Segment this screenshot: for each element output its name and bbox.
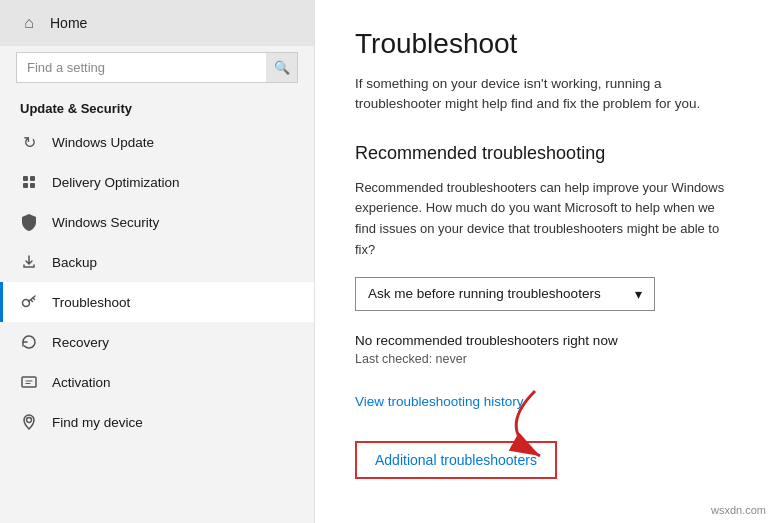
find-device-icon — [20, 413, 38, 431]
recommended-description: Recommended troubleshooters can help imp… — [355, 178, 739, 261]
shield-icon — [20, 213, 38, 231]
sidebar-search-container: 🔍 — [16, 52, 298, 83]
sidebar-item-label: Windows Update — [52, 135, 154, 150]
main-content: Troubleshoot If something on your device… — [315, 0, 775, 523]
sidebar-item-label: Delivery Optimization — [52, 175, 180, 190]
search-input[interactable] — [16, 52, 298, 83]
troubleshoot-dropdown[interactable]: Ask me before running troubleshooters ▾ — [355, 277, 655, 311]
sidebar-item-label: Backup — [52, 255, 97, 270]
additional-troubleshooters-button[interactable]: Additional troubleshooters — [355, 441, 557, 479]
sidebar-item-windows-security[interactable]: Windows Security — [0, 202, 314, 242]
sidebar: ⌂ Home 🔍 Update & Security ↻ Windows Upd… — [0, 0, 315, 523]
svg-rect-0 — [23, 176, 28, 181]
page-description: If something on your device isn't workin… — [355, 74, 739, 115]
svg-rect-5 — [22, 377, 36, 387]
sidebar-item-find-my-device[interactable]: Find my device — [0, 402, 314, 442]
recovery-icon — [20, 333, 38, 351]
sidebar-item-delivery-optimization[interactable]: Delivery Optimization — [0, 162, 314, 202]
sidebar-item-recovery[interactable]: Recovery — [0, 322, 314, 362]
backup-icon — [20, 253, 38, 271]
sidebar-section-title: Update & Security — [0, 93, 314, 122]
svg-rect-3 — [30, 183, 35, 188]
sidebar-item-label: Windows Security — [52, 215, 159, 230]
recommended-section-title: Recommended troubleshooting — [355, 143, 739, 164]
sidebar-item-home[interactable]: ⌂ Home — [0, 0, 314, 46]
sidebar-item-troubleshoot[interactable]: Troubleshoot — [0, 282, 314, 322]
last-checked: Last checked: never — [355, 352, 739, 366]
view-history-link[interactable]: View troubleshooting history — [355, 394, 739, 409]
sidebar-item-label: Recovery — [52, 335, 109, 350]
sidebar-item-label: Troubleshoot — [52, 295, 130, 310]
watermark: wsxdn.com — [708, 503, 769, 517]
sidebar-item-label: Activation — [52, 375, 111, 390]
svg-rect-1 — [30, 176, 35, 181]
status-text: No recommended troubleshooters right now — [355, 333, 739, 348]
download-icon — [20, 173, 38, 191]
sidebar-item-activation[interactable]: Activation — [0, 362, 314, 402]
search-button[interactable]: 🔍 — [266, 52, 298, 83]
sidebar-item-backup[interactable]: Backup — [0, 242, 314, 282]
home-icon: ⌂ — [20, 14, 38, 32]
dropdown-value: Ask me before running troubleshooters — [368, 286, 601, 301]
sidebar-item-label: Find my device — [52, 415, 143, 430]
chevron-down-icon: ▾ — [635, 286, 642, 302]
sidebar-item-windows-update[interactable]: ↻ Windows Update — [0, 122, 314, 162]
svg-point-4 — [23, 300, 30, 307]
svg-rect-2 — [23, 183, 28, 188]
svg-point-6 — [27, 418, 32, 423]
key-icon — [20, 293, 38, 311]
page-title: Troubleshoot — [355, 28, 739, 60]
sidebar-home-label: Home — [50, 15, 87, 31]
refresh-icon: ↻ — [20, 133, 38, 151]
activation-icon — [20, 373, 38, 391]
